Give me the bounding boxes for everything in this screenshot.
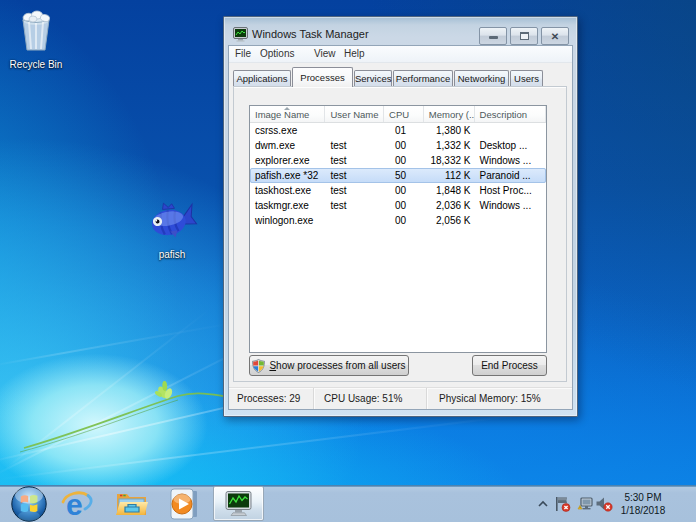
tray-expand-button[interactable] xyxy=(537,499,549,509)
cell-image: taskhost.exe xyxy=(250,183,325,198)
maximize-button[interactable] xyxy=(510,27,538,45)
task-manager-icon xyxy=(233,27,248,42)
desktop-icon-label: pafish xyxy=(134,249,210,260)
taskbar-ie-icon[interactable]: e xyxy=(60,485,94,522)
desktop-icon-label: Recycle Bin xyxy=(0,59,74,70)
folder-icon xyxy=(115,489,149,519)
table-body: csrss.exe011,380 Kdwm.exetest001,332 KDe… xyxy=(250,123,546,228)
cell-description xyxy=(475,213,547,228)
cell-image: pafish.exe *32 xyxy=(250,168,325,183)
task-manager-window: Windows Task Manager ✕ FileOptionsViewHe… xyxy=(223,16,578,417)
cell-cpu: 00 xyxy=(384,138,424,153)
column-header-4[interactable]: Description xyxy=(475,106,547,122)
tray-volume-icon[interactable] xyxy=(595,496,613,512)
cell-cpu: 01 xyxy=(384,123,424,138)
title-bar[interactable]: Windows Task Manager ✕ xyxy=(224,17,577,45)
taskbar-task-manager-button[interactable] xyxy=(213,486,264,521)
cell-user: test xyxy=(325,198,384,213)
cell-image: winlogon.exe xyxy=(250,213,325,228)
cell-memory: 1,332 K xyxy=(424,138,475,153)
menu-bar: FileOptionsViewHelp xyxy=(229,46,572,63)
taskbar-clock[interactable]: 5:30 PM 1/18/2018 xyxy=(618,491,668,517)
cell-description: Desktop ... xyxy=(475,138,547,153)
cell-cpu: 00 xyxy=(384,153,424,168)
menu-options[interactable]: Options xyxy=(257,46,297,62)
menu-help[interactable]: Help xyxy=(341,46,368,62)
processes-tab-panel: Image NameUser NameCPUMemory (...Descrip… xyxy=(233,86,567,382)
tray-network-icon[interactable] xyxy=(577,496,594,512)
status-bar: Processes: 29 CPU Usage: 51% Physical Me… xyxy=(229,387,572,409)
cell-cpu: 00 xyxy=(384,213,424,228)
cell-user xyxy=(325,123,384,138)
window-title: Windows Task Manager xyxy=(252,20,369,48)
status-cpu-usage: CPU Usage: 51% xyxy=(314,388,427,409)
show-processes-all-users-button[interactable]: Show processes from all users xyxy=(249,355,409,376)
cell-memory: 18,332 K xyxy=(424,153,475,168)
table-header-row: Image NameUser NameCPUMemory (...Descrip… xyxy=(250,106,546,123)
process-row-explorer[interactable]: explorer.exetest0018,332 KWindows ... xyxy=(250,153,546,168)
window-client-area: FileOptionsViewHelp ApplicationsProcesse… xyxy=(228,45,573,410)
cell-memory: 112 K xyxy=(424,168,475,183)
end-process-button[interactable]: End Process xyxy=(472,355,547,376)
taskbar-explorer-icon[interactable] xyxy=(114,485,150,522)
status-physical-memory: Physical Memory: 15% xyxy=(427,388,572,409)
cell-user: test xyxy=(325,168,384,183)
process-row-dwm[interactable]: dwm.exetest001,332 KDesktop ... xyxy=(250,138,546,153)
process-table[interactable]: Image NameUser NameCPUMemory (...Descrip… xyxy=(249,105,547,353)
process-row-taskmgr[interactable]: taskmgr.exetest002,036 KWindows ... xyxy=(250,198,546,213)
menu-view[interactable]: View xyxy=(311,46,339,62)
tab-users[interactable]: Users xyxy=(510,70,543,87)
tab-networking[interactable]: Networking xyxy=(454,70,509,87)
desktop-icon-recycle-bin[interactable]: Recycle Bin xyxy=(0,8,74,70)
tab-strip: ApplicationsProcessesServicesPerformance… xyxy=(233,68,544,87)
cell-memory: 2,036 K xyxy=(424,198,475,213)
cell-image: explorer.exe xyxy=(250,153,325,168)
cell-description: Windows ... xyxy=(475,153,547,168)
process-row-pafish[interactable]: pafish.exe *32test50112 KParanoid ... xyxy=(250,168,546,183)
column-header-3[interactable]: Memory (... xyxy=(424,106,475,122)
menu-file[interactable]: File xyxy=(232,46,254,62)
cell-image: taskmgr.exe xyxy=(250,198,325,213)
cell-cpu: 00 xyxy=(384,198,424,213)
tab-performance[interactable]: Performance xyxy=(393,70,453,87)
tab-services[interactable]: Services xyxy=(354,70,392,87)
taskbar-wmp-icon[interactable] xyxy=(168,485,204,522)
cell-user xyxy=(325,213,384,228)
cell-user: test xyxy=(325,183,384,198)
minimize-button[interactable] xyxy=(479,27,507,45)
start-button[interactable] xyxy=(10,485,47,522)
wallpaper-leaf xyxy=(154,381,174,400)
column-header-1[interactable]: User Name xyxy=(325,106,384,122)
tab-processes[interactable]: Processes xyxy=(292,67,353,87)
maximize-icon xyxy=(520,32,529,40)
cell-cpu: 00 xyxy=(384,183,424,198)
uac-shield-icon xyxy=(252,359,265,373)
desktop-icon-pafish[interactable]: pafish xyxy=(134,198,210,260)
close-icon: ✕ xyxy=(542,28,568,44)
clock-date: 1/18/2018 xyxy=(618,504,668,517)
cell-memory: 1,848 K xyxy=(424,183,475,198)
column-header-0[interactable]: Image Name xyxy=(250,106,325,122)
process-row-winlogon[interactable]: winlogon.exe002,056 K xyxy=(250,213,546,228)
tray-action-center-icon[interactable] xyxy=(554,496,571,512)
network-icon xyxy=(577,496,594,512)
resize-grip[interactable] xyxy=(560,397,570,407)
recycle-bin-icon xyxy=(13,8,59,54)
close-button[interactable]: ✕ xyxy=(541,27,569,45)
show-processes-all-users-label: Show processes from all users xyxy=(269,360,405,371)
cell-description xyxy=(475,123,547,138)
column-header-2[interactable]: CPU xyxy=(384,106,424,122)
pafish-fish-icon xyxy=(145,198,199,244)
process-row-taskhost[interactable]: taskhost.exetest001,848 KHost Proc... xyxy=(250,183,546,198)
cell-memory: 1,380 K xyxy=(424,123,475,138)
dialog-area: ApplicationsProcessesServicesPerformance… xyxy=(229,63,572,387)
tab-applications[interactable]: Applications xyxy=(233,70,291,87)
sort-arrow-icon xyxy=(284,107,290,110)
speaker-muted-icon xyxy=(595,496,613,512)
cell-description: Host Proc... xyxy=(475,183,547,198)
internet-explorer-icon: e xyxy=(60,488,94,520)
cell-memory: 2,056 K xyxy=(424,213,475,228)
media-player-icon xyxy=(169,488,203,520)
cell-image: dwm.exe xyxy=(250,138,325,153)
process-row-csrss[interactable]: csrss.exe011,380 K xyxy=(250,123,546,138)
